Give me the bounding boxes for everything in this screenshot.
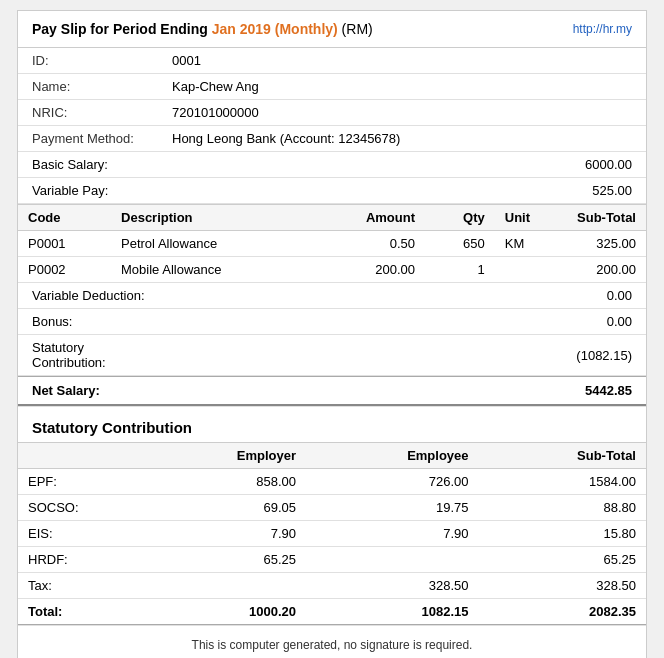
- col-header-qty: Qty: [425, 205, 495, 231]
- website-link[interactable]: http://hr.my: [573, 22, 632, 36]
- statutory-table-row: HRDF: 65.25 65.25: [18, 547, 646, 573]
- var-unit: [495, 257, 553, 283]
- id-label: ID:: [18, 48, 158, 74]
- info-row-payment: Payment Method: Hong Leong Bank (Account…: [18, 126, 646, 152]
- footer-text: This is computer generated, no signature…: [18, 625, 646, 658]
- stat-employee: 328.50: [306, 573, 479, 599]
- stat-employer: 69.05: [138, 495, 306, 521]
- variable-pay-value: 525.00: [218, 178, 646, 204]
- name-value: Kap-Chew Ang: [158, 74, 646, 100]
- stat-col-type: [18, 443, 138, 469]
- var-deduction-value: 0.00: [218, 283, 646, 309]
- variable-pay-table: Code Description Amount Qty Unit Sub-Tot…: [18, 204, 646, 283]
- bonus-row: Bonus: 0.00: [18, 309, 646, 335]
- var-desc: Mobile Allowance: [111, 257, 320, 283]
- stat-type: Tax:: [18, 573, 138, 599]
- payslip-container: Pay Slip for Period Ending Jan 2019 (Mon…: [17, 10, 647, 658]
- statutory-contribution-label: Statutory Contribution:: [18, 335, 218, 376]
- nric-value: 720101000000: [158, 100, 646, 126]
- stat-employer: 7.90: [138, 521, 306, 547]
- var-subtotal: 200.00: [553, 257, 646, 283]
- stat-subtotal: 328.50: [479, 573, 646, 599]
- col-header-desc: Description: [111, 205, 320, 231]
- basic-salary-row: Basic Salary: 6000.00: [18, 152, 646, 178]
- stat-total-label: Total:: [18, 599, 138, 625]
- col-header-code: Code: [18, 205, 111, 231]
- stat-total-employer: 1000.20: [138, 599, 306, 625]
- variable-table-row: P0002 Mobile Allowance 200.00 1 200.00: [18, 257, 646, 283]
- stat-type: HRDF:: [18, 547, 138, 573]
- stat-type: EPF:: [18, 469, 138, 495]
- var-desc: Petrol Allowance: [111, 231, 320, 257]
- header-title: Pay Slip for Period Ending Jan 2019 (Mon…: [32, 21, 373, 37]
- net-salary-row: Net Salary: 5442.85: [18, 377, 646, 406]
- basic-salary-label: Basic Salary:: [18, 152, 218, 178]
- stat-col-subtotal: Sub-Total: [479, 443, 646, 469]
- nric-label: NRIC:: [18, 100, 158, 126]
- stat-employee: 7.90: [306, 521, 479, 547]
- variable-table-header: Code Description Amount Qty Unit Sub-Tot…: [18, 205, 646, 231]
- stat-total-subtotal: 2082.35: [479, 599, 646, 625]
- statutory-table-row: SOCSO: 69.05 19.75 88.80: [18, 495, 646, 521]
- var-deduction-row: Variable Deduction: 0.00: [18, 283, 646, 309]
- statutory-table-row: EIS: 7.90 7.90 15.80: [18, 521, 646, 547]
- var-qty: 1: [425, 257, 495, 283]
- summary-table: Variable Deduction: 0.00 Bonus: 0.00 Sta…: [18, 283, 646, 376]
- statutory-table-header: Employer Employee Sub-Total: [18, 443, 646, 469]
- stat-col-employee: Employee: [306, 443, 479, 469]
- var-deduction-label: Variable Deduction:: [18, 283, 218, 309]
- col-header-subtotal: Sub-Total: [553, 205, 646, 231]
- net-salary-value: 5442.85: [218, 377, 646, 406]
- statutory-table-row: Tax: 328.50 328.50: [18, 573, 646, 599]
- net-salary-label: Net Salary:: [18, 377, 218, 406]
- stat-type: EIS:: [18, 521, 138, 547]
- net-salary-table: Net Salary: 5442.85: [18, 376, 646, 406]
- stat-employee: 19.75: [306, 495, 479, 521]
- bonus-label: Bonus:: [18, 309, 218, 335]
- var-code: P0002: [18, 257, 111, 283]
- variable-table-row: P0001 Petrol Allowance 0.50 650 KM 325.0…: [18, 231, 646, 257]
- payment-label: Payment Method:: [18, 126, 158, 152]
- stat-col-employer: Employer: [138, 443, 306, 469]
- info-row-name: Name: Kap-Chew Ang: [18, 74, 646, 100]
- stat-subtotal: 65.25: [479, 547, 646, 573]
- stat-total-employee: 1082.15: [306, 599, 479, 625]
- col-header-unit: Unit: [495, 205, 553, 231]
- variable-pay-label: Variable Pay:: [18, 178, 218, 204]
- stat-employer: 65.25: [138, 547, 306, 573]
- stat-employer: [138, 573, 306, 599]
- stat-type: SOCSO:: [18, 495, 138, 521]
- var-code: P0001: [18, 231, 111, 257]
- stat-subtotal: 1584.00: [479, 469, 646, 495]
- statutory-contribution-value: (1082.15): [218, 335, 646, 376]
- var-qty: 650: [425, 231, 495, 257]
- var-subtotal: 325.00: [553, 231, 646, 257]
- statutory-section-title: Statutory Contribution: [18, 406, 646, 442]
- employee-info-table: ID: 0001 Name: Kap-Chew Ang NRIC: 720101…: [18, 48, 646, 152]
- statutory-contribution-row: Statutory Contribution: (1082.15): [18, 335, 646, 376]
- salary-section: Basic Salary: 6000.00 Variable Pay: 525.…: [18, 152, 646, 204]
- stat-employee: 726.00: [306, 469, 479, 495]
- name-label: Name:: [18, 74, 158, 100]
- statutory-total-row: Total: 1000.20 1082.15 2082.35: [18, 599, 646, 625]
- var-unit: KM: [495, 231, 553, 257]
- stat-subtotal: 15.80: [479, 521, 646, 547]
- basic-salary-value: 6000.00: [218, 152, 646, 178]
- stat-subtotal: 88.80: [479, 495, 646, 521]
- col-header-amount: Amount: [320, 205, 425, 231]
- variable-pay-row: Variable Pay: 525.00: [18, 178, 646, 204]
- var-amount: 0.50: [320, 231, 425, 257]
- payslip-header: Pay Slip for Period Ending Jan 2019 (Mon…: [18, 11, 646, 48]
- variable-table-body: P0001 Petrol Allowance 0.50 650 KM 325.0…: [18, 231, 646, 283]
- info-row-nric: NRIC: 720101000000: [18, 100, 646, 126]
- bonus-value: 0.00: [218, 309, 646, 335]
- statutory-table: Employer Employee Sub-Total EPF: 858.00 …: [18, 442, 646, 625]
- statutory-table-row: EPF: 858.00 726.00 1584.00: [18, 469, 646, 495]
- info-row-id: ID: 0001: [18, 48, 646, 74]
- id-value: 0001: [158, 48, 646, 74]
- payment-value: Hong Leong Bank (Account: 12345678): [158, 126, 646, 152]
- stat-employee: [306, 547, 479, 573]
- stat-employer: 858.00: [138, 469, 306, 495]
- statutory-table-body: EPF: 858.00 726.00 1584.00 SOCSO: 69.05 …: [18, 469, 646, 599]
- var-amount: 200.00: [320, 257, 425, 283]
